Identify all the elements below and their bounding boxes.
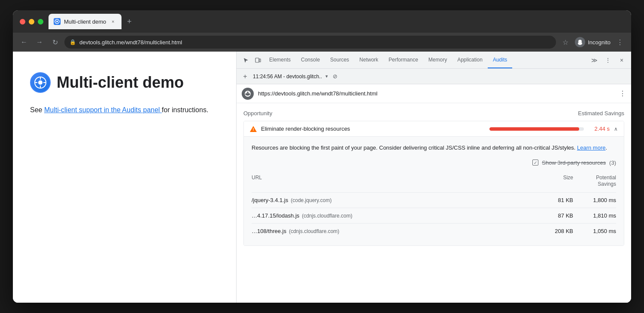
subtoolbar-dropdown[interactable]: ▾ bbox=[325, 74, 328, 79]
resources-table-header: URL Size PotentialSavings bbox=[252, 172, 616, 190]
resource-size-1: 81 KB bbox=[539, 197, 573, 203]
resource-url-main-1: /jquery-3.4.1.js bbox=[252, 197, 288, 203]
resource-row: /jquery-3.4.1.js (code.jquery.com) 81 KB… bbox=[252, 192, 616, 208]
opportunity-expanded: Resources are blocking the first paint o… bbox=[244, 136, 624, 245]
resource-url-host-2: (cdnjs.cloudflare.com) bbox=[302, 213, 352, 219]
resource-url-main-3: …108/three.js bbox=[252, 228, 286, 234]
savings-bar bbox=[489, 127, 579, 131]
address-text: devtools.glitch.me/wndt78/multiclient.ht… bbox=[79, 39, 182, 46]
description-after: for instructions. bbox=[162, 106, 208, 114]
menu-button[interactable]: ⋮ bbox=[614, 36, 626, 48]
minimize-button[interactable] bbox=[29, 19, 34, 25]
subtoolbar-time: 11:24:56 AM - devtools.glitch.. bbox=[253, 74, 322, 80]
tab-title: Multi-client demo bbox=[64, 18, 106, 25]
resource-potential-3: 1,050 ms bbox=[573, 228, 616, 234]
page-content: Multi-client demo See Multi-client suppo… bbox=[13, 52, 236, 303]
refresh-button[interactable]: ↻ bbox=[49, 36, 61, 48]
toolbar-close-button[interactable]: × bbox=[616, 54, 628, 66]
audits-url-text: https://devtools.glitch.me/wndt78/multic… bbox=[258, 90, 615, 97]
third-party-row: ✓ Show 3rd-party resources (3) bbox=[252, 160, 616, 166]
back-button[interactable]: ← bbox=[18, 36, 30, 48]
incognito-label: Incognito bbox=[588, 39, 611, 46]
add-button[interactable]: + bbox=[241, 72, 249, 81]
incognito-icon bbox=[575, 37, 585, 47]
resource-size-2: 87 KB bbox=[539, 212, 573, 219]
tab-close-button[interactable]: × bbox=[109, 18, 116, 25]
devtools-tabs: Elements Console Sources Network Perform… bbox=[264, 52, 588, 68]
tab-bar: Multi-client demo × + bbox=[49, 14, 624, 29]
third-party-checkbox[interactable]: ✓ bbox=[532, 160, 538, 166]
svg-point-1 bbox=[56, 21, 58, 22]
toolbar-more-button[interactable]: ⋮ bbox=[602, 54, 614, 66]
tab-network[interactable]: Network bbox=[354, 52, 383, 68]
tab-sources[interactable]: Sources bbox=[325, 52, 354, 68]
expanded-description: Resources are blocking the first paint o… bbox=[252, 144, 616, 153]
resource-url-1: /jquery-3.4.1.js (code.jquery.com) bbox=[252, 197, 539, 203]
tab-console[interactable]: Console bbox=[296, 52, 325, 68]
tab-elements[interactable]: Elements bbox=[264, 52, 296, 68]
col-header-url: URL bbox=[252, 175, 539, 188]
main-content: Multi-client demo See Multi-client suppo… bbox=[13, 52, 631, 303]
savings-bar-container bbox=[489, 127, 584, 131]
address-bar[interactable]: 🔒 devtools.glitch.me/wndt78/multiclient.… bbox=[64, 36, 556, 49]
chevron-up-icon[interactable]: ∧ bbox=[614, 126, 618, 132]
url-more-button[interactable]: ⋮ bbox=[619, 89, 626, 98]
cursor-icon-button[interactable] bbox=[240, 54, 252, 66]
col-header-size: Size bbox=[539, 175, 573, 188]
tab-application[interactable]: Application bbox=[452, 52, 488, 68]
svg-point-3 bbox=[578, 42, 582, 45]
device-icon-button[interactable] bbox=[252, 54, 264, 66]
resource-url-host-1: (code.jquery.com) bbox=[291, 197, 331, 203]
page-title: Multi-client demo bbox=[57, 74, 184, 92]
svg-text:!: ! bbox=[253, 127, 254, 132]
svg-rect-11 bbox=[259, 59, 261, 62]
resource-row: …108/three.js (cdnjs.cloudflare.com) 208… bbox=[252, 223, 616, 239]
opportunity-label: Opportunity bbox=[243, 110, 272, 117]
toolbar-right: ≫ ⋮ × bbox=[588, 54, 628, 66]
browser-window: Multi-client demo × + ← → ↻ 🔒 devtools.g… bbox=[13, 10, 631, 303]
title-bar: Multi-client demo × + bbox=[13, 10, 631, 33]
maximize-button[interactable] bbox=[38, 19, 43, 25]
forward-button[interactable]: → bbox=[33, 36, 46, 48]
tab-audits[interactable]: Audits bbox=[488, 52, 512, 68]
savings-value: 2.44 s bbox=[588, 126, 610, 132]
nav-right: ☆ Incognito ⋮ bbox=[559, 36, 626, 48]
resource-potential-1: 1,800 ms bbox=[573, 197, 616, 203]
nav-bar: ← → ↻ 🔒 devtools.glitch.me/wndt78/multic… bbox=[13, 33, 631, 52]
tab-memory[interactable]: Memory bbox=[423, 52, 452, 68]
resources-table: URL Size PotentialSavings /jquery-3.4.1.… bbox=[252, 172, 616, 239]
resource-potential-2: 1,810 ms bbox=[573, 212, 616, 219]
resource-url-main-2: …4.17.15/lodash.js bbox=[252, 212, 299, 219]
opportunity-header: Opportunity Estimated Savings bbox=[243, 110, 624, 117]
resource-size-3: 208 KB bbox=[539, 228, 573, 234]
description-before: See bbox=[30, 106, 44, 114]
audits-panel-link[interactable]: Multi-client support in the Audits panel bbox=[44, 106, 162, 114]
description-text: Resources are blocking the first paint o… bbox=[252, 144, 575, 151]
third-party-count: (3) bbox=[609, 160, 616, 166]
page-logo-title: Multi-client demo bbox=[30, 72, 219, 93]
devtools-panel: Elements Console Sources Network Perform… bbox=[236, 52, 631, 303]
favorite-button[interactable]: ☆ bbox=[559, 36, 571, 48]
warning-icon: ! bbox=[250, 126, 257, 132]
svg-rect-10 bbox=[255, 58, 259, 62]
tab-performance[interactable]: Performance bbox=[383, 52, 423, 68]
resource-url-host-3: (cdnjs.cloudflare.com) bbox=[289, 228, 339, 234]
new-tab-button[interactable]: + bbox=[123, 15, 135, 28]
resource-url-3: …108/three.js (cdnjs.cloudflare.com) bbox=[252, 228, 539, 234]
learn-more-link[interactable]: Learn more bbox=[577, 144, 605, 151]
active-tab[interactable]: Multi-client demo × bbox=[49, 14, 122, 29]
more-tabs-button[interactable]: ≫ bbox=[588, 54, 600, 66]
close-button[interactable] bbox=[20, 19, 25, 25]
devtools-toolbar: Elements Console Sources Network Perform… bbox=[237, 52, 631, 69]
estimated-savings-label: Estimated Savings bbox=[578, 110, 624, 117]
incognito-badge: Incognito bbox=[575, 37, 611, 47]
resource-url-2: …4.17.15/lodash.js (cdnjs.cloudflare.com… bbox=[252, 212, 539, 219]
third-party-label: Show 3rd-party resources bbox=[542, 160, 606, 166]
audits-url-bar: https://devtools.glitch.me/wndt78/multic… bbox=[237, 84, 631, 103]
opportunity-item: ! Eliminate render-blocking resources 2.… bbox=[243, 121, 624, 246]
tab-favicon bbox=[54, 18, 61, 25]
block-icon[interactable]: ⊘ bbox=[331, 73, 339, 80]
opportunity-row[interactable]: ! Eliminate render-blocking resources 2.… bbox=[244, 121, 624, 136]
page-logo bbox=[30, 72, 51, 93]
lock-icon: 🔒 bbox=[70, 39, 76, 45]
